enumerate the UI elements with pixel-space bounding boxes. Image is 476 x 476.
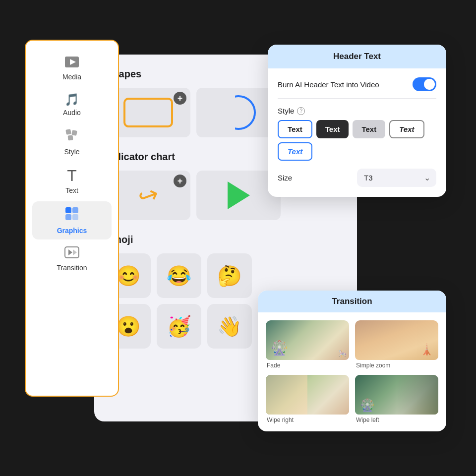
style-btn-outlined[interactable]: Text — [389, 120, 424, 138]
burn-toggle[interactable] — [413, 77, 436, 91]
text-t-icon: T — [67, 168, 77, 184]
arrow-green-icon — [228, 181, 250, 209]
header-text-popup: Header Text Burn AI Header Text into Vid… — [268, 45, 446, 197]
style-icon — [65, 128, 79, 146]
sidebar-item-style[interactable]: Style — [32, 123, 112, 161]
header-text-popup-title: Header Text — [268, 45, 446, 68]
transition-thumb-simple-zoom: 🗼 — [355, 320, 438, 360]
style-btn-light-gray[interactable]: Text — [353, 120, 385, 138]
app-container: Media 🎵 Audio Style T Text — [25, 40, 451, 436]
style-help-icon[interactable]: ? — [297, 107, 305, 115]
emoji-card-2[interactable]: 🤔 — [207, 253, 252, 298]
size-select[interactable]: T1 T2 T3 T4 T5 — [357, 169, 436, 187]
size-row: Size T1 T2 T3 T4 T5 — [278, 169, 436, 187]
transition-thumb-wipe-left: 🎡 — [355, 375, 438, 415]
transition-grid: 🎡 🎠 Fade 🗼 Simple zoom — [258, 312, 446, 431]
transition-label-wipe-left: Wipe left — [355, 416, 438, 423]
svg-rect-2 — [65, 129, 71, 135]
add-indicator-button[interactable]: + — [174, 175, 186, 187]
style-btn-white[interactable]: Text — [278, 120, 312, 138]
sidebar-item-label-media: Media — [62, 73, 81, 81]
emoji-card-5[interactable]: 👋 — [207, 304, 252, 349]
transition-card-wipe-right[interactable]: Wipe right — [266, 375, 349, 423]
burn-row: Burn AI Header Text into Video — [278, 77, 436, 99]
graphics-icon — [64, 206, 79, 225]
transition-thumb-wipe-right — [266, 375, 349, 415]
rectangle-shape — [123, 98, 173, 127]
sidebar-item-media[interactable]: Media — [32, 51, 112, 86]
svg-marker-10 — [68, 249, 72, 255]
svg-rect-6 — [72, 207, 78, 213]
sidebar-item-label-audio: Audio — [63, 109, 81, 117]
emoji-card-1[interactable]: 😂 — [157, 253, 201, 298]
burn-label: Burn AI Header Text into Video — [278, 80, 379, 89]
style-row: Style ? Text Text Text Text Text — [278, 107, 436, 161]
style-btn-dark[interactable]: Text — [316, 120, 349, 138]
svg-marker-11 — [73, 249, 77, 255]
svg-rect-7 — [65, 214, 71, 220]
transition-card-fade[interactable]: 🎡 🎠 Fade — [266, 320, 349, 369]
transition-popup: Transition 🎡 🎠 Fade 🗼 Simple zoom — [258, 291, 446, 431]
header-text-popup-body: Burn AI Header Text into Video Style ? T… — [268, 68, 446, 197]
transition-thumb-fade: 🎡 🎠 — [266, 320, 349, 360]
svg-rect-5 — [65, 207, 71, 213]
circle-shape — [221, 95, 256, 130]
wipe-right-thumbnail — [266, 375, 349, 415]
transition-label-simple-zoom: Simple zoom — [355, 362, 438, 369]
sidebar-item-label-text: Text — [65, 186, 78, 194]
svg-rect-3 — [71, 130, 77, 136]
sidebar-item-text[interactable]: T Text — [32, 163, 112, 199]
size-select-wrap: T1 T2 T3 T4 T5 — [357, 169, 436, 187]
sidebar-item-audio[interactable]: 🎵 Audio — [32, 88, 112, 121]
media-icon — [65, 56, 79, 71]
style-label: Style ? — [278, 107, 436, 115]
transition-icon — [64, 246, 79, 262]
transition-label-fade: Fade — [266, 362, 349, 369]
sidebar-item-label-style: Style — [64, 148, 79, 156]
svg-rect-8 — [72, 214, 78, 220]
transition-popup-title: Transition — [258, 291, 446, 312]
svg-rect-4 — [68, 135, 73, 141]
style-options: Text Text Text Text Text — [278, 120, 436, 161]
sidebar-item-graphics[interactable]: Graphics — [32, 201, 112, 239]
style-btn-blue-outline[interactable]: Text — [278, 142, 312, 161]
arrow-curve-icon: ↪ — [134, 179, 163, 212]
transition-card-simple-zoom[interactable]: 🗼 Simple zoom — [355, 320, 438, 369]
emoji-section-title: Emoji — [106, 234, 345, 245]
transition-card-wipe-left[interactable]: 🎡 Wipe left — [355, 375, 438, 423]
simple-zoom-thumbnail: 🗼 — [355, 320, 438, 360]
sidebar-item-label-graphics: Graphics — [57, 227, 87, 235]
sidebar-item-label-transition: Transition — [57, 264, 87, 272]
wipe-left-thumbnail: 🎡 — [355, 375, 438, 415]
emoji-card-4[interactable]: 🥳 — [157, 304, 201, 349]
add-shape-button[interactable]: + — [174, 92, 186, 105]
sidebar-item-transition[interactable]: Transition — [32, 241, 112, 277]
sidebar: Media 🎵 Audio Style T Text — [25, 40, 119, 397]
size-label: Size — [278, 174, 292, 182]
fade-thumbnail: 🎡 🎠 — [266, 320, 349, 360]
transition-label-wipe-right: Wipe right — [266, 416, 349, 423]
audio-icon: 🎵 — [64, 93, 79, 107]
